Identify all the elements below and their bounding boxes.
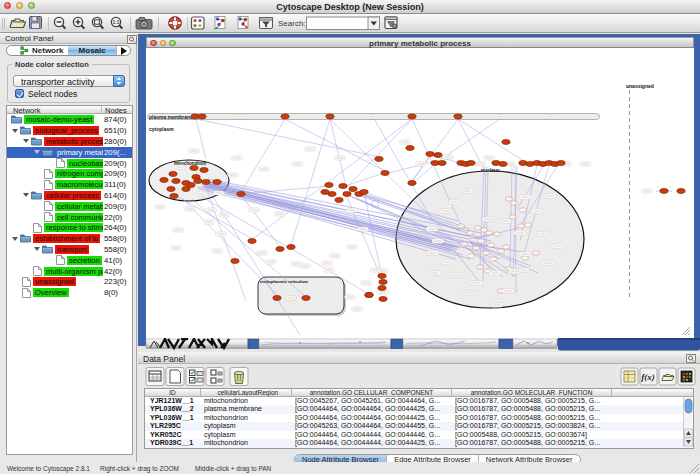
svg-text:cytoplasm: cytoplasm xyxy=(149,126,174,132)
svg-text:1:1: 1:1 xyxy=(113,20,120,25)
svg-text:f(x): f(x) xyxy=(641,372,655,382)
svg-text:plasma membrane: plasma membrane xyxy=(149,113,193,119)
svg-text:Search:: Search: xyxy=(278,19,306,28)
svg-text:unassigned: unassigned xyxy=(626,83,654,89)
